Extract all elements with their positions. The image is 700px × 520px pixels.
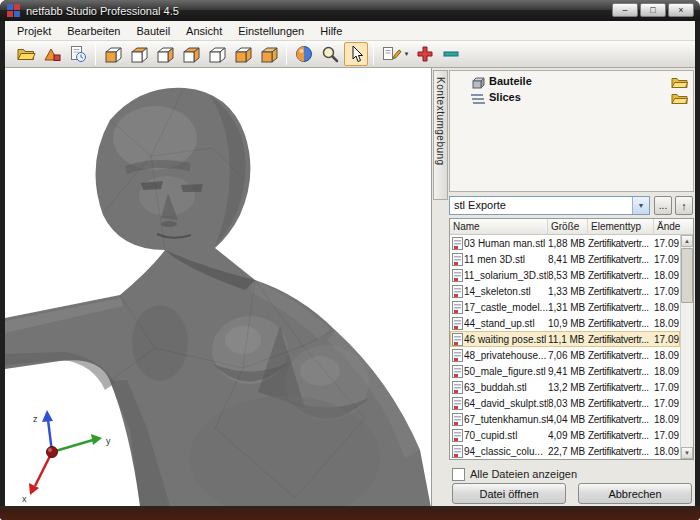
view-cube-2-button[interactable]: [127, 42, 151, 66]
export-source-dropdown[interactable]: stl Exporte ▼: [449, 196, 650, 215]
file-row[interactable]: 46 waiting pose.stl 11,1 MB Zertifikatve…: [450, 331, 680, 347]
file-row[interactable]: 44_stand_up.stl 10,9 MB Zertifikatvertr.…: [450, 315, 680, 331]
column-header-name[interactable]: Name: [450, 219, 548, 234]
cancel-button[interactable]: Abbrechen: [578, 483, 692, 504]
repair-part-button[interactable]: ▼: [379, 42, 411, 66]
file-row[interactable]: 03 Human man.stl 1,88 MB Zertifikatvertr…: [450, 235, 680, 251]
file-row[interactable]: 17_castle_model... 1,31 MB Zertifikatver…: [450, 299, 680, 315]
file-name: 46 waiting pose.stl: [464, 334, 548, 345]
remove-part-button[interactable]: [439, 42, 463, 66]
open-folder-button[interactable]: [671, 75, 689, 89]
file-row[interactable]: 48_privatehouse... 7,06 MB Zertifikatver…: [450, 347, 680, 363]
file-size: 13,2 MB: [548, 382, 588, 393]
menu-ansicht[interactable]: Ansicht: [178, 23, 230, 39]
file-name: 17_castle_model...: [464, 302, 548, 313]
menu-einstellungen[interactable]: Einstellungen: [230, 23, 312, 39]
menu-bar: Projekt Bearbeiten Bauteil Ansicht Einst…: [5, 21, 695, 41]
tree-item-label: Bauteile: [489, 75, 532, 87]
file-row[interactable]: 67_tutenkhamun.stl 4,04 MB Zertifikatver…: [450, 411, 680, 427]
maximize-button[interactable]: □: [640, 3, 666, 17]
menu-projekt[interactable]: Projekt: [9, 23, 59, 39]
view-cube-7-button[interactable]: [257, 42, 281, 66]
column-header-date[interactable]: Ände: [654, 219, 693, 234]
file-row[interactable]: 64_david_skulpt.stl 8,03 MB Zertifikatve…: [450, 395, 680, 411]
file-row[interactable]: 14_skeleton.stl 1,33 MB Zertifikatvertr.…: [450, 283, 680, 299]
show-all-checkbox[interactable]: [452, 468, 465, 481]
view-cube-icon: [207, 44, 227, 64]
minimize-button[interactable]: –: [612, 3, 638, 17]
select-tool-button[interactable]: [344, 42, 368, 66]
view-cube-4-button[interactable]: [179, 42, 203, 66]
chevron-down-icon[interactable]: ▼: [632, 197, 649, 214]
tree-item-label: Slices: [489, 91, 521, 103]
file-date: 18.09: [654, 302, 680, 313]
file-size: 4,04 MB: [548, 414, 588, 425]
zoom-button[interactable]: [318, 42, 342, 66]
file-size: 7,06 MB: [548, 350, 588, 361]
view-cube-6-button[interactable]: [231, 42, 255, 66]
file-date: 17.09: [654, 286, 680, 297]
file-row[interactable]: 94_classic_colu... 22,7 MB Zertifikatver…: [450, 443, 680, 459]
file-row[interactable]: 11_solarium_3D.stl 8,53 MB Zertifikatver…: [450, 267, 680, 283]
open-file-button[interactable]: Datei öffnen: [452, 483, 566, 504]
render-mode-button[interactable]: [292, 42, 316, 66]
file-name: 67_tutenkhamun.stl: [464, 414, 548, 425]
browse-button[interactable]: ...: [654, 196, 672, 215]
table-scrollbar[interactable]: ▲ ▼: [680, 235, 693, 459]
axis-x-label: x: [22, 494, 27, 504]
file-type: Zertifikatvertr...: [588, 302, 654, 313]
file-size: 9,41 MB: [548, 366, 588, 377]
menu-bearbeiten[interactable]: Bearbeiten: [59, 23, 128, 39]
file-date: 17.09: [654, 430, 680, 441]
file-date: 18.09: [654, 414, 680, 425]
edit-document-icon: [381, 44, 403, 64]
open-folder-icon: [16, 44, 36, 64]
tab-kontextumgebung-label: Kontextumgebung: [435, 77, 446, 166]
tab-kontextumgebung[interactable]: Kontextumgebung: [433, 70, 448, 200]
menu-bauteil[interactable]: Bauteil: [128, 23, 178, 39]
file-row[interactable]: 70_cupid.stl 4,09 MB Zertifikatvertr... …: [450, 427, 680, 443]
file-row[interactable]: 11 men 3D.stl 8,41 MB Zertifikatvertr...…: [450, 251, 680, 267]
file-row[interactable]: 50_male_figure.stl 9,41 MB Zertifikatver…: [450, 363, 680, 379]
file-size: 1,33 MB: [548, 286, 588, 297]
column-header-type[interactable]: Elementtyp: [588, 219, 654, 234]
scroll-up-icon[interactable]: ▲: [681, 235, 693, 247]
file-size: 1,31 MB: [548, 302, 588, 313]
folder-up-button[interactable]: ↑: [675, 196, 693, 215]
file-row[interactable]: 63_buddah.stl 13,2 MB Zertifikatvertr...…: [450, 379, 680, 395]
open-folder-button[interactable]: [671, 91, 689, 105]
stl-file-icon: [450, 285, 464, 298]
viewport-3d[interactable]: z y x: [5, 68, 432, 506]
tree-item-slices[interactable]: Slices: [450, 90, 693, 106]
view-cube-icon: [259, 44, 279, 64]
scroll-down-icon[interactable]: ▼: [681, 447, 693, 459]
title-bar[interactable]: netfabb Studio Professional 4.5 – □ ×: [0, 0, 700, 21]
stl-file-icon: [450, 301, 464, 314]
stl-file-icon: [450, 333, 464, 346]
close-button[interactable]: ×: [668, 3, 694, 17]
file-date: 18.09: [654, 350, 680, 361]
view-cube-1-button[interactable]: [101, 42, 125, 66]
file-type: Zertifikatvertr...: [588, 286, 654, 297]
add-part-button[interactable]: [413, 42, 437, 66]
scrollbar-thumb[interactable]: [681, 248, 693, 303]
file-name: 70_cupid.stl: [464, 430, 548, 441]
view-cube-5-button[interactable]: [205, 42, 229, 66]
file-date: 17.09: [654, 238, 680, 249]
recent-parts-button[interactable]: [66, 42, 90, 66]
tree-item-bauteile[interactable]: Bauteile: [450, 74, 693, 90]
axis-z-label: z: [33, 414, 38, 424]
view-cube-3-button[interactable]: [153, 42, 177, 66]
menu-hilfe[interactable]: Hilfe: [312, 23, 350, 39]
parts-tree: Bauteile Slices: [449, 70, 694, 192]
open-project-button[interactable]: [14, 42, 38, 66]
toolbar-separator: [373, 43, 374, 65]
stl-file-icon: [450, 237, 464, 250]
file-size: 11,1 MB: [548, 334, 588, 345]
file-type: Zertifikatvertr...: [588, 398, 654, 409]
dropdown-value: stl Exporte: [454, 199, 506, 211]
import-part-button[interactable]: [40, 42, 64, 66]
column-header-size[interactable]: Größe: [548, 219, 588, 234]
file-name: 44_stand_up.stl: [464, 318, 548, 329]
file-size: 8,53 MB: [548, 270, 588, 281]
